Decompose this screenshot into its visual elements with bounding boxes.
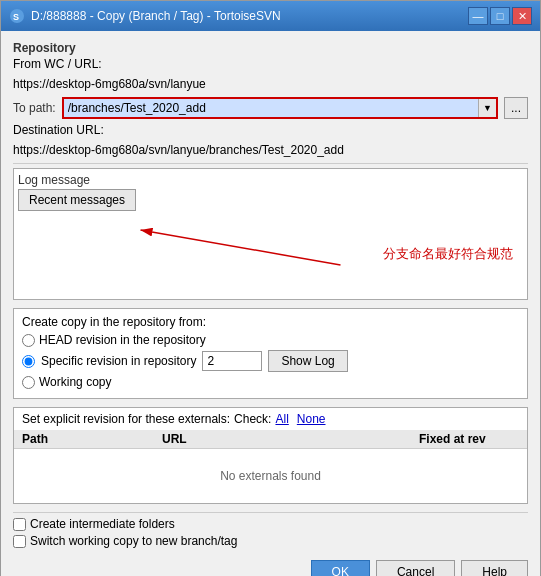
- divider-2: [13, 512, 528, 513]
- to-path-input[interactable]: [64, 99, 478, 117]
- destination-label: Destination URL:: [13, 123, 528, 137]
- annotation-area: 分支命名最好符合规范: [18, 215, 523, 295]
- specific-revision-radio[interactable]: [22, 355, 35, 368]
- destination-url: https://desktop-6mg680a/svn/lanyue/branc…: [13, 143, 528, 157]
- copy-section-title: Create copy in the repository from:: [22, 315, 519, 329]
- col-path: Path: [22, 432, 162, 446]
- maximize-button[interactable]: □: [490, 7, 510, 25]
- switch-working-copy-row: Switch working copy to new branch/tag: [13, 534, 528, 548]
- button-row: OK Cancel Help: [13, 554, 528, 576]
- switch-working-copy-label: Switch working copy to new branch/tag: [30, 534, 237, 548]
- to-path-input-combo: ▼: [62, 97, 498, 119]
- copy-section: Create copy in the repository from: HEAD…: [13, 308, 528, 399]
- app-icon: S: [9, 8, 25, 24]
- log-message-section: Log message Recent messages 分支命名最好符合规范: [13, 168, 528, 300]
- help-button[interactable]: Help: [461, 560, 528, 576]
- repository-section: Repository From WC / URL: https://deskto…: [13, 41, 528, 157]
- to-path-row: To path: ▼ ...: [13, 97, 528, 119]
- head-revision-label: HEAD revision in the repository: [39, 333, 206, 347]
- create-folders-row: Create intermediate folders: [13, 517, 528, 531]
- show-log-button[interactable]: Show Log: [268, 350, 347, 372]
- none-link[interactable]: None: [297, 412, 326, 426]
- externals-header: Set explicit revision for these external…: [14, 408, 527, 430]
- create-folders-checkbox[interactable]: [13, 518, 26, 531]
- externals-section: Set explicit revision for these external…: [13, 407, 528, 504]
- repository-label: Repository: [13, 41, 528, 55]
- working-copy-row: Working copy: [22, 375, 519, 389]
- head-revision-row: HEAD revision in the repository: [22, 333, 519, 347]
- window-title: D:/888888 - Copy (Branch / Tag) - Tortoi…: [31, 9, 281, 23]
- bottom-checks: Create intermediate folders Switch worki…: [13, 517, 528, 548]
- title-bar: S D:/888888 - Copy (Branch / Tag) - Tort…: [1, 1, 540, 31]
- minimize-button[interactable]: —: [468, 7, 488, 25]
- svg-text:S: S: [13, 12, 19, 22]
- browse-button[interactable]: ...: [504, 97, 528, 119]
- head-revision-radio[interactable]: [22, 334, 35, 347]
- working-copy-radio[interactable]: [22, 376, 35, 389]
- recent-messages-button[interactable]: Recent messages: [18, 189, 136, 211]
- log-message-label: Log message: [18, 173, 523, 187]
- revision-number-input[interactable]: [202, 351, 262, 371]
- create-folders-label: Create intermediate folders: [30, 517, 175, 531]
- col-fixed-rev: Fixed at rev: [419, 432, 519, 446]
- all-link[interactable]: All: [275, 412, 288, 426]
- check-label: Check:: [234, 412, 271, 426]
- annotation-text: 分支命名最好符合规范: [383, 245, 513, 263]
- table-header: Path URL Fixed at rev: [14, 430, 527, 449]
- working-copy-label: Working copy: [39, 375, 111, 389]
- combo-dropdown-arrow[interactable]: ▼: [478, 99, 496, 117]
- recent-btn-row: Recent messages: [18, 189, 523, 211]
- to-path-label: To path:: [13, 101, 56, 115]
- from-label: From WC / URL:: [13, 57, 528, 71]
- dialog-content: Repository From WC / URL: https://deskto…: [1, 31, 540, 576]
- specific-revision-row: Specific revision in repository Show Log: [22, 350, 519, 372]
- title-bar-left: S D:/888888 - Copy (Branch / Tag) - Tort…: [9, 8, 281, 24]
- title-controls: — □ ✕: [468, 7, 532, 25]
- close-button[interactable]: ✕: [512, 7, 532, 25]
- ok-button[interactable]: OK: [311, 560, 370, 576]
- specific-revision-label: Specific revision in repository: [41, 354, 196, 368]
- svg-line-3: [141, 230, 341, 265]
- main-window: S D:/888888 - Copy (Branch / Tag) - Tort…: [0, 0, 541, 576]
- switch-working-copy-checkbox[interactable]: [13, 535, 26, 548]
- from-url: https://desktop-6mg680a/svn/lanyue: [13, 77, 528, 91]
- col-url: URL: [162, 432, 419, 446]
- divider-1: [13, 163, 528, 164]
- externals-header-text: Set explicit revision for these external…: [22, 412, 230, 426]
- cancel-button[interactable]: Cancel: [376, 560, 455, 576]
- table-empty-message: No externals found: [14, 449, 527, 503]
